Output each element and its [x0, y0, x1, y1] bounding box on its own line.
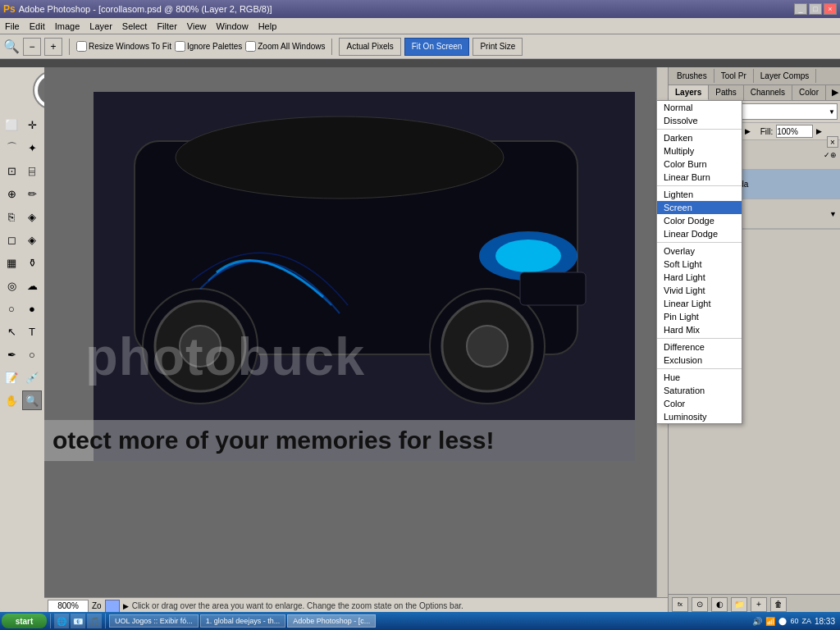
blend-overlay[interactable]: Overlay [657, 244, 742, 258]
blend-vivid-light[interactable]: Vivid Light [657, 284, 742, 297]
zoom-input[interactable]: 800% [48, 600, 89, 613]
menu-image[interactable]: Image [50, 20, 85, 33]
path-selection[interactable]: ↖ [2, 322, 21, 341]
eraser-tool[interactable]: ◻ [2, 230, 21, 249]
taskbar-ie-icon[interactable]: 🌐 [54, 614, 69, 628]
minimize-button[interactable]: _ [794, 3, 807, 15]
blend-exclusion[interactable]: Exclusion [657, 354, 742, 367]
tab-layers[interactable]: Layers [669, 85, 709, 100]
type-tool[interactable]: T [22, 322, 42, 341]
layer-adjustment-btn[interactable]: ◐ [711, 597, 728, 612]
tab-paths[interactable]: Paths [709, 85, 744, 100]
layer-mask-btn[interactable]: ⊙ [692, 597, 708, 612]
dodge-tool[interactable]: ○ [2, 299, 21, 318]
zoom-plus-button[interactable]: + [44, 38, 62, 56]
paint-bucket[interactable]: ⚱ [22, 253, 42, 272]
hand-tool[interactable]: ✋ [2, 390, 21, 410]
zoom-minus-button[interactable]: − [23, 38, 41, 56]
blend-saturation[interactable]: Saturation [657, 384, 742, 397]
blend-lighten[interactable]: Lighten [657, 188, 742, 201]
gradient-tool[interactable]: ▦ [2, 253, 21, 272]
ignore-palettes-checkbox[interactable] [175, 41, 185, 52]
menu-file[interactable]: File [0, 20, 25, 33]
zoom-tool[interactable]: 🔍 [22, 390, 42, 410]
taskbar-item-uol[interactable]: UOL Jogos :: Exibir fó... [109, 614, 199, 628]
blend-soft-light[interactable]: Soft Light [657, 258, 742, 271]
panel-close-button[interactable]: × [827, 136, 838, 148]
maximize-button[interactable]: □ [809, 3, 822, 15]
zoom-tool-icon: 🔍 [3, 39, 20, 54]
tab-tool-presets[interactable]: Tool Pr [714, 69, 754, 83]
move-tool[interactable]: ✛ [22, 115, 42, 135]
print-size-button[interactable]: Print Size [472, 38, 523, 56]
blend-difference[interactable]: Difference [657, 340, 742, 354]
tab-layer-comps[interactable]: Layer Comps [754, 69, 816, 83]
blend-pin-light[interactable]: Pin Light [657, 310, 742, 323]
pencil-tool[interactable]: ✏ [22, 184, 42, 203]
menu-help[interactable]: Help [253, 20, 282, 33]
burn-tool[interactable]: ● [22, 299, 42, 318]
taskbar-item-photoshop[interactable]: Adobe Photoshop - [c... [287, 614, 376, 628]
taskbar-item-deejays[interactable]: 1. global deejays - th... [200, 614, 286, 628]
blend-linear-dodge[interactable]: Linear Dodge [657, 227, 742, 240]
blend-linear-light[interactable]: Linear Light [657, 297, 742, 310]
zoom-all-label[interactable]: Zoom All Windows [245, 41, 325, 52]
taskbar-mail-icon[interactable]: 📧 [71, 614, 85, 628]
tab-brushes[interactable]: Brushes [670, 69, 714, 83]
healing-brush[interactable]: ⊕ [2, 184, 21, 203]
resize-windows-label[interactable]: Resize Windows To Fit [76, 41, 171, 52]
start-button[interactable]: start [2, 614, 47, 628]
tab-color[interactable]: Color [792, 85, 826, 100]
magic-wand-tool[interactable]: ✦ [22, 138, 42, 158]
blend-darken[interactable]: Darken [657, 131, 742, 144]
slice-tool[interactable]: ⌸ [22, 161, 42, 180]
layer-delete-btn[interactable]: 🗑 [770, 597, 787, 612]
menu-filter[interactable]: Filter [152, 20, 181, 33]
pattern-stamp[interactable]: ◈ [22, 207, 42, 226]
blend-linear-burn[interactable]: Linear Burn [657, 171, 742, 184]
crop-tool[interactable]: ⊡ [2, 161, 21, 180]
blend-normal[interactable]: Normal [657, 101, 742, 114]
fill-input[interactable] [776, 125, 813, 138]
blend-hard-light[interactable]: Hard Light [657, 271, 742, 284]
fit-on-screen-button[interactable]: Fit On Screen [404, 38, 470, 56]
clone-stamp[interactable]: ⎘ [2, 207, 21, 226]
shape-tool[interactable]: ○ [22, 345, 42, 364]
blend-color[interactable]: Color [657, 397, 742, 410]
blend-dissolve[interactable]: Dissolve [657, 114, 742, 127]
menu-select[interactable]: Select [117, 20, 153, 33]
blend-color-burn[interactable]: Color Burn [657, 158, 742, 171]
actual-pixels-button[interactable]: Actual Pixels [339, 38, 400, 56]
menu-layer[interactable]: Layer [84, 20, 117, 33]
menu-view[interactable]: View [182, 20, 212, 33]
pen-tool[interactable]: ✒ [2, 345, 21, 364]
blend-hard-mix[interactable]: Hard Mix [657, 323, 742, 336]
ignore-palettes-label[interactable]: Ignore Palettes [175, 41, 242, 52]
marquee-tool[interactable]: ⬜ [2, 115, 21, 135]
taskbar-media-icon[interactable]: 🎵 [87, 614, 102, 628]
close-button[interactable]: × [824, 3, 837, 15]
layer-fx-button[interactable]: fx [672, 597, 688, 612]
blend-color-dodge[interactable]: Color Dodge [657, 214, 742, 227]
tab-channels[interactable]: Channels [744, 85, 792, 100]
resize-windows-checkbox[interactable] [76, 41, 87, 52]
blend-screen[interactable]: Screen [657, 201, 742, 214]
blend-luminosity[interactable]: Luminosity [657, 410, 742, 423]
lasso-tool[interactable]: ⌒ [2, 138, 21, 158]
menu-window[interactable]: Window [212, 20, 253, 33]
zoom-all-checkbox[interactable] [245, 41, 256, 52]
blend-hue[interactable]: Hue [657, 371, 742, 384]
panel-arrow[interactable]: ▶ [830, 85, 840, 100]
layer-scroll-icon[interactable]: ▼ [829, 210, 837, 218]
eyedropper-tool[interactable]: 💉 [22, 368, 42, 387]
layer-group-btn[interactable]: 📁 [731, 597, 747, 612]
notes-tool[interactable]: 📝 [2, 368, 21, 387]
blur-tool[interactable]: ◎ [2, 276, 21, 295]
layer-new-btn[interactable]: + [751, 597, 767, 612]
start-label: start [16, 617, 34, 626]
background-eraser[interactable]: ◈ [22, 230, 42, 249]
menu-edit[interactable]: Edit [25, 20, 50, 33]
smudge-tool[interactable]: ☁ [22, 276, 42, 295]
titlebar-controls[interactable]: _ □ × [794, 3, 837, 15]
blend-multiply[interactable]: Multiply [657, 144, 742, 158]
